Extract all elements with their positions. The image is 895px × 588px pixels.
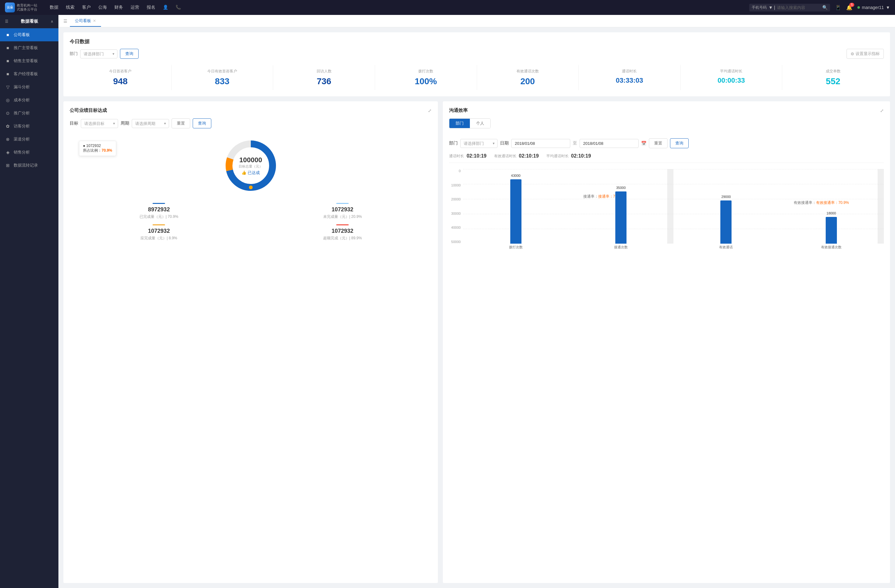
main-layout: ☰ 数据看板 ∧ ■ 公司看板 ■ 推广主管看板 ■ 销售主管看板 ■ 客户经理…: [0, 15, 895, 588]
comm-avg-label: 平均通话时长: [546, 153, 569, 159]
sidebar-item-funnel[interactable]: ▽ 漏斗分析: [0, 80, 58, 94]
perf-period-select-wrapper: 请选择周期: [132, 119, 169, 128]
today-query-btn[interactable]: 查询: [120, 49, 139, 59]
donut-tooltip: ● 1072932 所占比例：70.9%: [79, 141, 116, 156]
stat-item-dial-count: 拨打次数 100%: [375, 65, 477, 90]
sidebar-item-data-flow[interactable]: ⊞ 数据流转记录: [0, 159, 58, 172]
comm-filters: 部门 请选择部门 日期 至 📅 重置 查询: [449, 138, 884, 148]
comm-date-start[interactable]: [511, 139, 570, 148]
nav-item-finance[interactable]: 财务: [114, 3, 123, 12]
comm-stats-bar: 通话时长 02:10:19 有效通话时长 02:10:19 平均通话时长 02:…: [449, 153, 884, 163]
online-indicator: [857, 6, 860, 9]
stat-box-value-2: 1072932: [70, 228, 248, 234]
tablet-icon[interactable]: 📱: [835, 5, 841, 11]
sidebar-item-company[interactable]: ■ 公司看板: [0, 28, 58, 41]
nav-item-sea[interactable]: 公海: [98, 3, 107, 12]
communication-card: 沟通效率 ⤢ 部门 个人 部门 请选择部门: [443, 101, 890, 583]
nav-item-leads[interactable]: 线索: [66, 3, 74, 12]
perf-query-btn[interactable]: 查询: [193, 118, 211, 128]
stat-box-value-3: 1072932: [253, 228, 432, 234]
search-type[interactable]: 手机号码: [752, 5, 767, 10]
comm-query-btn[interactable]: 查询: [670, 138, 689, 148]
bar-group-2: 29000: [676, 169, 776, 244]
channel-icon: ⊗: [5, 137, 11, 142]
svg-point-3: [249, 186, 253, 189]
stat-box-value-1: 1072932: [253, 206, 432, 213]
perf-period-select[interactable]: 请选择周期: [132, 119, 169, 128]
sidebar-item-label-account: 客户经理看板: [14, 71, 38, 77]
settings-display-btn[interactable]: ⚙ 设置显示指标: [846, 49, 884, 59]
tab-close-icon[interactable]: ✕: [93, 19, 96, 23]
sidebar-item-sales-manager[interactable]: ■ 销售主管看板: [0, 55, 58, 67]
promotion-manager-icon: ■: [5, 45, 11, 50]
nav-item-customers[interactable]: 客户: [82, 3, 91, 12]
sidebar-item-label-cost: 成本分析: [14, 97, 30, 103]
comm-tab-individual[interactable]: 个人: [470, 119, 490, 128]
comm-date-end[interactable]: [579, 139, 639, 148]
perf-reset-btn[interactable]: 重置: [171, 118, 190, 128]
sidebar-item-channel[interactable]: ⊗ 渠道分析: [0, 133, 58, 146]
stat-label-3: 拨打次数: [378, 69, 474, 74]
promotion-icon: ⊙: [5, 111, 11, 116]
tab-company-board[interactable]: 公司看板 ✕: [70, 15, 101, 27]
bar-1-wrapper: 35000: [615, 191, 626, 244]
comm-call-value: 02:10:19: [466, 153, 486, 159]
sidebar-item-cost[interactable]: ◎ 成本分析: [0, 94, 58, 107]
tab-bar-toggle-icon[interactable]: ☰: [64, 19, 67, 24]
search-input[interactable]: [777, 5, 821, 10]
sidebar-item-promotion-manager[interactable]: ■ 推广主管看板: [0, 41, 58, 55]
search-icon[interactable]: 🔍: [822, 5, 828, 10]
perf-card-title: 公司业绩目标达成: [70, 108, 107, 114]
notification-icon[interactable]: 🔔 5: [846, 5, 853, 11]
nav-item-person[interactable]: 👤: [163, 3, 168, 12]
bar-chart-bars-area: 43000 接通率：接通率：70.9% 35000: [463, 169, 884, 244]
account-manager-icon: ■: [5, 71, 11, 76]
filter-left: 部门 请选择部门 查询: [70, 49, 139, 59]
comm-call-duration: 通话时长 02:10:19: [449, 153, 486, 159]
perf-stat-exceeded: 1072932 超额完成（元）| 89.9%: [253, 224, 432, 241]
nav-item-signup[interactable]: 报名: [147, 3, 155, 12]
nav-item-data[interactable]: 数据: [50, 3, 58, 12]
stat-line-3: [336, 224, 349, 225]
calendar-icon[interactable]: 📅: [641, 141, 646, 146]
perf-target-select[interactable]: 请选择目标: [81, 119, 118, 128]
comm-tab-dept[interactable]: 部门: [449, 119, 470, 128]
comm-effective-label: 有效通话时长: [494, 153, 516, 159]
notification-badge: 5: [849, 3, 854, 7]
sidebar-item-promotion[interactable]: ⊙ 推广分析: [0, 107, 58, 120]
comm-expand-icon[interactable]: ⤢: [880, 108, 884, 113]
comm-dept-select[interactable]: 请选择部门: [460, 139, 498, 148]
sidebar-item-sales-analysis[interactable]: ◈ 销售分析: [0, 146, 58, 159]
cost-icon: ◎: [5, 98, 11, 103]
comm-reset-btn[interactable]: 重置: [649, 138, 667, 148]
stat-value-7: 552: [785, 76, 881, 86]
user-info[interactable]: manager11 ▼: [857, 5, 890, 10]
sidebar-menu-icon[interactable]: ☰: [5, 19, 8, 24]
sidebar-item-label-channel: 渠道分析: [14, 136, 30, 142]
sales-analysis-icon: ◈: [5, 150, 11, 155]
sidebar-item-label-sales: 销售主管看板: [14, 58, 38, 64]
perf-filters: 目标 请选择目标 周期 请选择周期 重置: [70, 118, 432, 128]
search-separator: ▼ |: [769, 5, 775, 10]
nav-item-phone[interactable]: 📞: [176, 3, 181, 12]
bar-1-value: 35000: [616, 186, 626, 189]
bar-2-value: 29000: [721, 195, 731, 199]
dept-select[interactable]: 请选择部门: [80, 49, 117, 58]
perf-expand-icon[interactable]: ⤢: [428, 108, 432, 113]
comm-effective-duration: 有效通话时长 02:10:19: [494, 153, 539, 159]
sidebar-item-label-funnel: 漏斗分析: [14, 84, 30, 90]
stat-item-call-duration: 通话时长 03:33:03: [579, 65, 681, 90]
sidebar-collapse-icon[interactable]: ∧: [51, 19, 53, 24]
sidebar: ☰ 数据看板 ∧ ■ 公司看板 ■ 推广主管看板 ■ 销售主管看板 ■ 客户经理…: [0, 15, 58, 588]
today-data-card: 今日数据 部门 请选择部门 查询 ⚙ 设置显示指标: [64, 32, 890, 96]
sidebar-item-visitor[interactable]: ✿ 访客分析: [0, 120, 58, 133]
bar-3-wrapper: 18000: [826, 217, 837, 244]
page-content: 今日数据 部门 请选择部门 查询 ⚙ 设置显示指标: [58, 27, 895, 588]
stat-value-0: 948: [72, 76, 169, 86]
nav-item-ops[interactable]: 运营: [130, 3, 139, 12]
sidebar-item-account-manager[interactable]: ■ 客户经理看板: [0, 67, 58, 80]
comm-dept-label: 部门: [449, 141, 458, 146]
sidebar-item-label-promo: 推广主管看板: [14, 45, 38, 51]
dept-filter-label: 部门: [70, 51, 78, 56]
funnel-icon: ▽: [5, 85, 11, 89]
